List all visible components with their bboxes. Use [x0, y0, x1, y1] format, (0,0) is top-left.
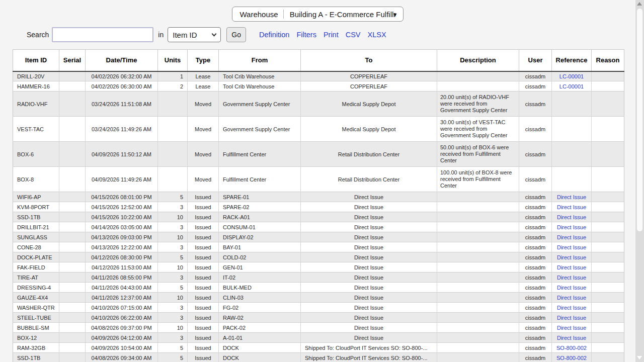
definition-link[interactable]: Definition	[259, 31, 289, 39]
cell-from: A-01-01	[219, 333, 301, 343]
cell-description	[437, 232, 519, 242]
cell-date-time: 04/11/2026 12:37:00 AM	[86, 293, 158, 303]
cell-reason	[592, 242, 624, 252]
cell-from: BAY-01	[219, 242, 301, 252]
cell-description	[437, 242, 519, 252]
table-row: WIFI6-AP04/15/2026 08:01:00 PM5IssuedSPA…	[13, 192, 624, 202]
cell-date-time: 03/24/2026 11:49:26 AM	[86, 117, 158, 142]
reference-link[interactable]: LC-00001	[559, 73, 584, 79]
table-row: FAK-FIELD04/12/2026 11:53:00 AM10IssuedG…	[13, 262, 624, 273]
reference-link[interactable]: Direct Issue	[557, 285, 586, 291]
go-button[interactable]: Go	[226, 27, 246, 42]
cell-to: Direct Issue	[301, 283, 437, 293]
cell-date-time: 04/09/2026 11:49:26 AM	[86, 167, 158, 192]
scroll-down-arrow-icon[interactable]	[637, 356, 642, 359]
cell-item-id: BOX-8	[13, 167, 59, 192]
cell-description: 20.00 unit(s) of RADIO-VHF were received…	[437, 92, 519, 117]
cell-to: COPPERLEAF	[301, 71, 437, 81]
cell-user: cissadm	[519, 252, 552, 262]
cell-item-id: RAM-32GB	[13, 343, 59, 353]
reference-link[interactable]: SO-800-002	[556, 345, 587, 351]
scroll-up-arrow-icon[interactable]	[637, 2, 642, 6]
reference-link[interactable]: Direct Issue	[557, 295, 586, 301]
cell-from: SPARE-02	[219, 202, 301, 212]
cell-reference	[552, 142, 592, 167]
reference-link[interactable]: Direct Issue	[557, 275, 586, 281]
reference-link[interactable]: Direct Issue	[557, 335, 586, 341]
warehouse-selector[interactable]: Warehouse Building A - E-Commerce Fulfil…	[232, 7, 403, 22]
cell-reference: Direct Issue	[552, 283, 592, 293]
cell-description	[437, 81, 519, 92]
cell-description	[437, 71, 519, 81]
column-header-item-id: Item ID	[13, 50, 59, 71]
cell-user: cissadm	[519, 273, 552, 283]
reference-link[interactable]: Direct Issue	[557, 194, 586, 200]
cell-from: BULK-MED	[219, 283, 301, 293]
cell-reason	[592, 252, 624, 262]
cell-date-time: 04/15/2026 10:22:00 AM	[86, 212, 158, 222]
cell-description	[437, 333, 519, 343]
reference-link[interactable]: Direct Issue	[557, 224, 586, 230]
search-field-select[interactable]: Item ID	[168, 27, 221, 42]
cell-item-id: SSD-1TB	[13, 353, 59, 362]
cell-reason	[592, 167, 624, 192]
reference-link[interactable]: LC-00001	[559, 83, 584, 89]
cell-units: 3	[158, 313, 188, 323]
cell-type: Issued	[188, 293, 219, 303]
reference-link[interactable]: Direct Issue	[557, 325, 586, 331]
cell-reference: LC-00001	[552, 71, 592, 81]
cell-item-id: BUBBLE-SM	[13, 323, 59, 333]
scrollbar-thumb[interactable]	[637, 9, 642, 231]
cell-description	[437, 283, 519, 293]
filters-link[interactable]: Filters	[296, 31, 316, 39]
table-row: KVM-8PORT04/15/2026 12:52:00 AM3IssuedSP…	[13, 202, 624, 212]
cell-reference: Direct Issue	[552, 262, 592, 273]
cell-reference: Direct Issue	[552, 242, 592, 252]
search-input[interactable]	[52, 27, 153, 42]
reference-link[interactable]: Direct Issue	[557, 315, 586, 321]
table-row: SSD-1TB04/15/2026 10:22:00 AM10IssuedRAC…	[13, 212, 624, 222]
cell-from: DOCK	[219, 343, 301, 353]
csv-link[interactable]: CSV	[346, 31, 361, 39]
cell-type: Moved	[188, 167, 219, 192]
print-link[interactable]: Print	[324, 31, 339, 39]
reference-link[interactable]: Direct Issue	[557, 305, 586, 311]
column-header-reference: Reference	[552, 50, 592, 71]
reference-link[interactable]: Direct Issue	[557, 244, 586, 250]
cell-reason	[592, 212, 624, 222]
cell-from: RACK-A01	[219, 212, 301, 222]
cell-reason	[592, 343, 624, 353]
cell-serial	[59, 81, 86, 92]
cell-reason	[592, 81, 624, 92]
cell-type: Issued	[188, 313, 219, 323]
cell-units: 3	[158, 333, 188, 343]
chevron-down-icon: ▼	[392, 12, 398, 18]
cell-type: Issued	[188, 202, 219, 212]
cell-user: cissadm	[519, 71, 552, 81]
cell-to: COPPERLEAF	[301, 81, 437, 92]
reference-link[interactable]: Direct Issue	[557, 214, 586, 220]
reference-link[interactable]: Direct Issue	[557, 204, 586, 210]
xlsx-link[interactable]: XLSX	[368, 31, 386, 39]
cell-type: Issued	[188, 192, 219, 202]
table-row: BOX-804/09/2026 11:49:26 AMMovedFulfillm…	[13, 167, 624, 192]
vertical-scrollbar[interactable]	[635, 0, 644, 362]
cell-reference: Direct Issue	[552, 202, 592, 212]
cell-item-id: DRESSING-4	[13, 283, 59, 293]
cell-units: 10	[158, 212, 188, 222]
warehouse-dropdown[interactable]: Building A - E-Commerce Fulfillment ▼	[284, 10, 398, 19]
cell-to: Retail Distribution Center	[301, 167, 437, 192]
reference-link[interactable]: Direct Issue	[557, 234, 586, 240]
cell-units: 3	[158, 242, 188, 252]
reference-link[interactable]: Direct Issue	[557, 264, 586, 270]
reference-link[interactable]: SO-800-002	[556, 355, 587, 361]
cell-reference: Direct Issue	[552, 293, 592, 303]
cell-serial	[59, 353, 86, 362]
cell-units	[158, 142, 188, 167]
cell-user: cissadm	[519, 167, 552, 192]
cell-type: Issued	[188, 252, 219, 262]
cell-serial	[59, 142, 86, 167]
reference-link[interactable]: Direct Issue	[557, 254, 586, 260]
cell-to: Retail Distribution Center	[301, 142, 437, 167]
cell-user: cissadm	[519, 92, 552, 117]
